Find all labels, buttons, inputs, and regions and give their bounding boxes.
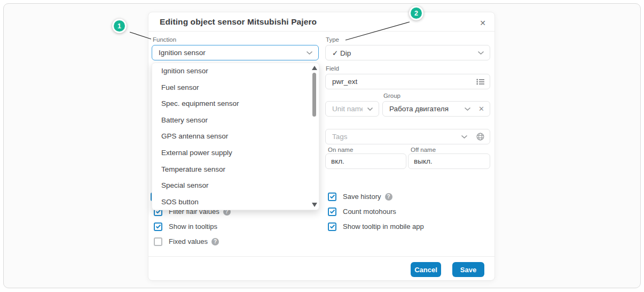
field-label: Field	[326, 65, 339, 72]
dropdown-option[interactable]: GPS antenna sensor	[152, 128, 319, 145]
dialog-title: Editing object sensor Mitsubishi Pajero	[160, 17, 317, 27]
unit-name-select[interactable]: Unit name	[325, 101, 379, 117]
function-dropdown-list: Ignition sensorFuel sensorSpec. equipmen…	[152, 63, 319, 210]
function-label: Function	[153, 36, 176, 43]
checkbox[interactable]	[328, 193, 336, 201]
dropdown-option[interactable]: Ignition sensor	[152, 63, 319, 80]
checkbox-label: Fixed values	[169, 237, 208, 245]
checkbox-row: Fixed values?	[154, 237, 219, 246]
dropdown-option[interactable]: Temperature sensor	[152, 162, 319, 178]
help-icon[interactable]: ?	[385, 193, 392, 201]
annotation-badge-2: 2	[409, 6, 423, 20]
field-input-value: pwr_ext	[332, 78, 472, 86]
check-icon: ✓	[332, 49, 338, 57]
checkbox-row: Show in tooltips	[154, 222, 217, 231]
on-name-input[interactable]	[325, 153, 406, 169]
dropdown-option[interactable]: SOS button	[152, 194, 319, 210]
footer-divider	[148, 256, 494, 257]
checkbox[interactable]	[328, 208, 336, 216]
on-name-label: On name	[328, 147, 353, 153]
checkbox-label: Show tooltip in mobile app	[343, 222, 424, 230]
edit-sensor-dialog: Editing object sensor Mitsubishi Pajero …	[148, 12, 495, 281]
group-select-value: Работа двигателя	[389, 105, 460, 113]
field-input[interactable]: pwr_ext	[325, 74, 490, 89]
checkbox-row: Show tooltip in mobile app	[328, 222, 424, 231]
chevron-down-icon	[306, 51, 313, 55]
checkbox-row: Count motohours	[328, 207, 396, 216]
type-select-value: ✓ Dip	[332, 49, 473, 57]
dropdown-option[interactable]: Spec. equipment sensor	[152, 96, 319, 112]
save-button[interactable]: Save	[452, 262, 484, 277]
clear-icon[interactable]: ✕	[478, 105, 484, 113]
function-dropdown: Ignition sensorFuel sensorSpec. equipmen…	[152, 63, 319, 210]
chevron-down-icon	[367, 107, 373, 111]
dropdown-option[interactable]: Special sensor	[152, 178, 319, 194]
help-icon[interactable]: ?	[211, 238, 219, 245]
chevron-down-icon	[464, 107, 471, 111]
group-label: Group	[383, 93, 400, 99]
checkbox[interactable]	[328, 222, 336, 231]
group-select[interactable]: Работа двигателя ✕	[382, 101, 490, 117]
checkbox[interactable]	[154, 222, 162, 231]
dropdown-option[interactable]: External power supply	[152, 145, 319, 162]
checkbox-label: Save history	[343, 193, 381, 201]
dropdown-option[interactable]: Battery sensor	[152, 112, 319, 129]
chevron-down-icon	[461, 135, 468, 139]
checkbox[interactable]	[154, 237, 162, 246]
header-divider	[148, 31, 494, 32]
type-label: Type	[326, 36, 339, 43]
globe-icon[interactable]	[476, 133, 484, 141]
dropdown-option[interactable]: Fuel sensor	[152, 80, 319, 96]
screenshot-root: Editing object sensor Mitsubishi Pajero …	[0, 0, 644, 292]
list-icon[interactable]	[476, 79, 484, 85]
function-select[interactable]: Ignition sensor	[152, 45, 319, 60]
scroll-down-icon[interactable]	[312, 203, 317, 207]
dropdown-scrollbar[interactable]	[311, 64, 317, 209]
scroll-up-icon[interactable]	[312, 66, 317, 70]
checkbox-label: Count motohours	[343, 208, 396, 216]
tags-placeholder: Tags	[332, 133, 457, 141]
annotation-badge-1: 1	[112, 19, 127, 33]
type-select[interactable]: ✓ Dip	[325, 45, 490, 60]
checkbox-label: Show in tooltips	[169, 222, 217, 230]
close-icon[interactable]: ✕	[480, 18, 486, 28]
checkbox-row: Save history?	[328, 192, 392, 201]
unit-name-placeholder: Unit name	[332, 105, 363, 113]
tags-select[interactable]: Tags	[325, 129, 490, 144]
off-name-input[interactable]	[408, 153, 490, 169]
off-name-label: Off name	[411, 147, 436, 153]
function-select-value: Ignition sensor	[159, 49, 302, 57]
cancel-button[interactable]: Cancel	[411, 262, 441, 277]
scrollbar-thumb[interactable]	[312, 73, 316, 117]
chevron-down-icon	[477, 51, 484, 55]
